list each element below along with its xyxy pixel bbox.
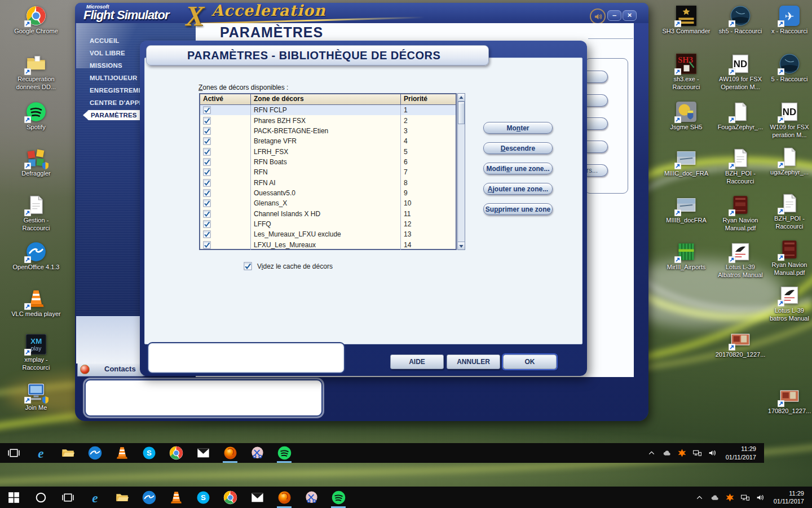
tray-speaker-icon[interactable] [753,493,768,502]
desktop-icon-x-raccourci[interactable]: ✈x - Raccourci [764,6,812,36]
table-row[interactable]: LFRH_FSX5 [200,146,456,156]
scenery-enabled-checkbox[interactable] [203,210,211,218]
desktop-icon-defraggler[interactable]: Defraggler [9,148,63,178]
scenery-enabled-checkbox[interactable] [203,230,211,238]
shortcut-arrow-icon [729,344,735,351]
button-modifier-une-zone[interactable]: Modifier une zone... [483,163,553,174]
table-row[interactable]: RFN FCLP1 [200,105,456,115]
desktop-icon-ryan-navion[interactable]: Ryan NavionManual.pdf [764,239,812,277]
clear-cache-checkbox[interactable] [244,262,252,270]
button-annuler[interactable]: ANNULER [447,354,500,369]
scenery-enabled-checkbox[interactable] [203,220,211,228]
tray-network-icon[interactable] [738,493,753,502]
button-descendre[interactable]: Descendre [483,142,553,154]
table-row[interactable]: Phares BZH FSX2 [200,115,456,125]
sidebar-item-param-tres[interactable]: PARAMÈTRES [87,110,143,120]
scenery-enabled-checkbox[interactable] [203,148,211,156]
taskbar-snipping-tool[interactable] [298,487,325,508]
desktop-icon-ryan-navion[interactable]: Ryan NavionManual.pdf [714,195,767,233]
table-row[interactable]: Glenans_X10 [200,198,456,208]
minimize-button[interactable]: – [607,10,621,21]
desktop-icon-bzh-poi[interactable]: BZH_POI -Raccourci [714,148,767,186]
scenery-enabled-checkbox[interactable] [203,137,211,145]
desktop-icon-sh3-commander[interactable]: SH3 Commander [660,6,713,36]
shortcut-arrow-icon [24,349,31,356]
table-row[interactable]: LFFQ12 [200,219,456,229]
table-row[interactable]: RFN Boats6 [200,157,456,167]
table-row[interactable]: Les_Mureaux_LFXU exclude13 [200,229,456,239]
tray-cloud-icon[interactable] [707,493,722,502]
scroll-up-arrow[interactable] [458,94,465,102]
desktop-icon-w109-for-fsx[interactable]: NDW109 for FSXperation M... [764,102,812,139]
table-row[interactable]: LFXU_Les_Mureaux14 [200,239,456,249]
column-header-priorit[interactable]: Priorité [401,94,456,104]
scenery-enabled-checkbox[interactable] [203,117,211,125]
taskbar-spotify[interactable] [325,487,352,508]
button-supprimer-une-zone[interactable]: Supprimer une zone [483,203,553,215]
scrollbar-thumb[interactable] [458,102,465,124]
desktop-icon-miiic-doc-fra[interactable]: MIIIC_doc_FRA [660,148,713,178]
taskbar-openoffice[interactable] [135,487,162,508]
desktop-icon-aw109-for-fsx[interactable]: NDAW109 for FSXOperation M... [714,54,767,91]
desktop-icon-sh5-raccourci[interactable]: sh5 - Raccourci [714,6,767,36]
taskbar-edge[interactable]: e [81,487,108,508]
desktop-icon-20170820-1227[interactable]: 20170820_1227... [714,329,767,359]
desktop-icon-jsgme-sh5[interactable]: Jsgme SH5 [660,102,713,132]
desktop-icon-miiib-docfra[interactable]: MIIIB_docFRA [660,195,713,225]
scenery-enabled-checkbox[interactable] [203,168,211,176]
button-monter[interactable]: Monter [483,122,553,134]
taskbar-skype[interactable]: S [189,487,217,508]
desktop-icon-170820-1227[interactable]: 170820_1227... [764,386,812,415]
desktop-icon-ugazephyr[interactable]: ugaZephyr_... [764,147,812,177]
desktop-icon-lotus-l-39[interactable]: Lotus L-39Albatros Manual [714,242,767,279]
table-row[interactable]: RFN AI8 [200,177,456,187]
taskbar-firefox[interactable] [271,487,298,508]
desktop-icon-miriii-airports[interactable]: MirIII_Airports [660,242,713,271]
desktop-icon-gestion[interactable]: Gestion -Raccourci [9,195,63,233]
scenery-enabled-checkbox[interactable] [203,199,211,207]
scroll-down-arrow[interactable] [458,242,465,249]
sound-toggle-icon[interactable] [590,8,606,24]
scenery-enabled-checkbox[interactable] [203,241,211,249]
tray-avast-icon[interactable] [722,493,738,502]
taskbar-mail[interactable] [244,487,271,508]
column-header-activ[interactable]: Activé [200,94,251,104]
taskbar-chrome[interactable] [217,487,244,508]
scrollbar[interactable] [457,93,465,250]
table-row[interactable]: Bretagne VFR4 [200,136,456,146]
scenery-enabled-checkbox[interactable] [203,189,211,197]
contacts-label[interactable]: Contacts [104,365,136,373]
button-ajouter-une-zone[interactable]: Ajouter une zone... [483,183,553,195]
taskbar-file-explorer[interactable] [108,487,135,508]
clock[interactable]: 11:2901/11/2017 [768,489,810,506]
desktop-icon-fougazephyr[interactable]: FougaZephyr_... [714,102,767,132]
desktop-icon-lotus-l-39[interactable]: Lotus L-39batros Manual [764,285,812,323]
desktop-icon-sh3-exe[interactable]: SH3sh3.exe -Raccourci [660,54,713,91]
desktop-icon-vlc-media-player[interactable]: VLC media player [9,288,63,318]
table-row[interactable]: PACK-BRETAGNE-Etien3 [200,126,456,136]
desktop-icon-google-chrome[interactable]: Google Chrome [9,6,63,36]
taskbar-cortana[interactable] [27,487,54,508]
desktop-icon-join-me[interactable]: Join Me [9,382,63,412]
scenery-enabled-checkbox[interactable] [203,158,211,166]
desktop-icon-spotify[interactable]: Spotify [9,102,63,132]
desktop-icon-xmplay[interactable]: XMplayxmplay -Raccourci [9,334,63,372]
table-row[interactable]: Ouessantv5.09 [200,188,456,198]
taskbar-start[interactable] [0,487,27,508]
table-row[interactable]: RFN7 [200,167,456,177]
scenery-enabled-checkbox[interactable] [203,127,211,135]
tray-chevup-icon[interactable] [692,493,707,502]
button-ok[interactable]: OK [503,354,557,369]
scenery-enabled-checkbox[interactable] [203,179,211,187]
close-button[interactable]: × [623,10,637,21]
column-header-zone-de-d-cors[interactable]: Zone de décors [251,94,401,104]
taskbar-task-view[interactable] [54,487,81,508]
button-aide[interactable]: AIDE [390,354,444,369]
table-row[interactable]: Channel Islands X HD11 [200,208,456,218]
desktop-icon-recuperation[interactable]: Recuperationdonnees DD... [9,54,63,91]
desktop-icon-bzh-poi[interactable]: BZH_POI -Raccourci [764,193,812,231]
scenery-enabled-checkbox[interactable] [203,106,211,114]
desktop-icon-openoffice-4-1-3[interactable]: OpenOffice 4.1.3 [9,242,63,271]
taskbar-vlc[interactable] [162,487,189,508]
desktop-icon-5-raccourci[interactable]: 5 - Raccourci [764,54,812,84]
